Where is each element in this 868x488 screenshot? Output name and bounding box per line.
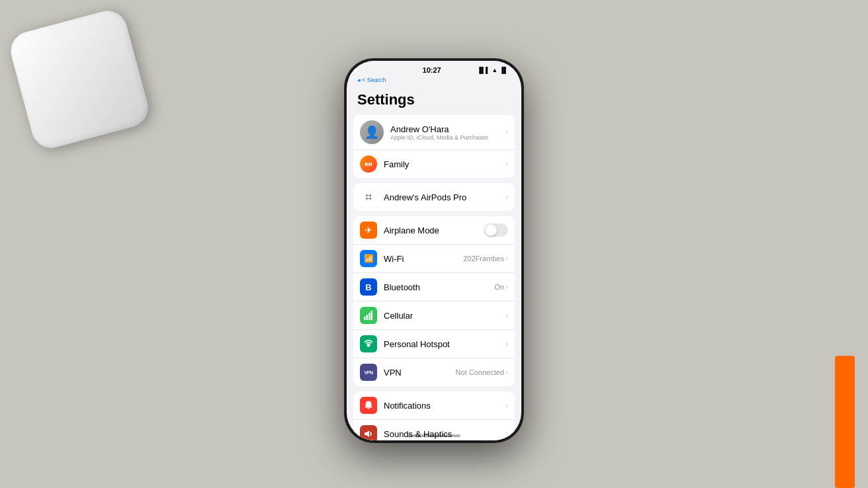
airpods-label: Andrew's AirPods Pro	[384, 192, 505, 202]
airplane-mode-icon: ✈	[360, 222, 377, 239]
sounds-icon	[360, 425, 377, 440]
back-navigation[interactable]: ◂ < Search	[347, 77, 521, 86]
vpn-right: Not Connected ›	[456, 368, 508, 377]
airplane-mode-row[interactable]: ✈ Airplane Mode	[353, 216, 515, 245]
vpn-icon: VPN	[360, 364, 377, 381]
home-indicator	[408, 434, 460, 437]
vpn-row[interactable]: VPN VPN Not Connected ›	[353, 358, 515, 386]
system-section: Notifications ›	[353, 391, 515, 440]
connectivity-section: ✈ Airplane Mode 📶 Wi-Fi	[353, 216, 515, 386]
family-avatar: KH	[360, 155, 377, 173]
airplane-toggle[interactable]	[484, 224, 508, 237]
account-right: ›	[505, 128, 508, 137]
hotspot-label: Personal Hotspot	[384, 339, 505, 349]
chevron-icon: ›	[505, 401, 508, 410]
wifi-row[interactable]: 📶 Wi-Fi 202Frambes ›	[353, 245, 515, 273]
airpods-right: ›	[505, 192, 508, 202]
sounds-row[interactable]: Sounds & Haptics ›	[353, 420, 515, 440]
wifi-label: Wi-Fi	[384, 254, 463, 264]
svg-rect-3	[371, 311, 373, 320]
back-arrow: ◂	[357, 77, 361, 83]
signal-icon: ▐▌▌	[477, 67, 490, 73]
hotspot-content: Personal Hotspot	[384, 339, 505, 349]
chevron-icon: ›	[505, 368, 508, 377]
svg-point-4	[367, 344, 370, 347]
phone-device: 10:27 ▐▌▌ ▲ ▐▌ ◂ < Search Settings	[345, 59, 523, 442]
sounds-right: ›	[505, 429, 508, 438]
settings-content: 👤 Andrew O'Hara Apple ID, iCloud, Media …	[347, 115, 521, 440]
bluetooth-right: On ›	[494, 282, 508, 292]
settings-title: Settings	[347, 86, 521, 115]
chevron-icon: ›	[505, 254, 508, 263]
account-row[interactable]: 👤 Andrew O'Hara Apple ID, iCloud, Media …	[353, 115, 515, 150]
orange-strap-prop	[835, 356, 855, 488]
chevron-icon: ›	[505, 128, 508, 137]
svg-rect-1	[367, 315, 369, 320]
back-label: < Search	[362, 77, 386, 83]
chevron-icon: ›	[505, 339, 508, 348]
account-content: Andrew O'Hara Apple ID, iCloud, Media & …	[390, 124, 505, 141]
cellular-content: Cellular	[384, 311, 505, 321]
status-icons: ▐▌▌ ▲ ▐▌	[477, 67, 508, 73]
account-name: Andrew O'Hara	[390, 124, 505, 134]
notifications-right: ›	[505, 401, 508, 410]
phone-screen: 10:27 ▐▌▌ ▲ ▐▌ ◂ < Search Settings	[347, 61, 521, 440]
phone-wrapper: 10:27 ▐▌▌ ▲ ▐▌ ◂ < Search Settings	[345, 59, 523, 442]
notifications-icon	[360, 397, 377, 414]
status-bar: 10:27 ▐▌▌ ▲ ▐▌	[347, 61, 521, 77]
chevron-icon: ›	[505, 429, 508, 438]
wifi-content: Wi-Fi	[384, 254, 463, 264]
cellular-right: ›	[505, 311, 508, 320]
family-row[interactable]: KH Family ›	[353, 150, 515, 178]
wifi-value: 202Frambes	[463, 255, 504, 263]
vpn-value: Not Connected	[456, 368, 504, 376]
battery-icon: ▐▌	[499, 67, 508, 73]
profile-section: 👤 Andrew O'Hara Apple ID, iCloud, Media …	[353, 115, 515, 178]
family-right: ›	[505, 159, 508, 169]
svg-rect-2	[369, 313, 370, 320]
cellular-label: Cellular	[384, 311, 505, 321]
chevron-icon: ›	[505, 159, 508, 169]
family-label: Family	[384, 159, 505, 169]
svg-rect-0	[364, 317, 366, 320]
hotspot-right: ›	[505, 339, 508, 348]
bluetooth-label: Bluetooth	[384, 282, 494, 292]
bluetooth-content: Bluetooth	[384, 282, 494, 292]
chevron-icon: ›	[505, 192, 508, 202]
cellular-row[interactable]: Cellular ›	[353, 302, 515, 330]
vpn-content: VPN	[384, 368, 456, 378]
cellular-icon	[360, 307, 377, 324]
airpods-content: Andrew's AirPods Pro	[384, 192, 505, 202]
chevron-icon: ›	[505, 282, 508, 292]
airplane-label: Airplane Mode	[384, 225, 484, 235]
family-content: Family	[384, 159, 505, 169]
airpods-row[interactable]: ⌗ Andrew's AirPods Pro ›	[353, 183, 515, 211]
chevron-icon: ›	[505, 311, 508, 320]
wifi-right: 202Frambes ›	[463, 254, 508, 263]
airpods-icon: ⌗	[360, 188, 377, 206]
bluetooth-icon: B	[360, 278, 377, 296]
notifications-row[interactable]: Notifications ›	[353, 391, 515, 420]
notifications-label: Notifications	[384, 401, 505, 411]
sounds-content: Sounds & Haptics	[384, 429, 505, 439]
profile-avatar: 👤	[360, 120, 384, 144]
notifications-content: Notifications	[384, 401, 505, 411]
bluetooth-value: On	[494, 283, 504, 291]
bluetooth-row[interactable]: B Bluetooth On ›	[353, 273, 515, 302]
wifi-icon: 📶	[360, 250, 377, 267]
account-sublabel: Apple ID, iCloud, Media & Purchases	[390, 134, 505, 141]
sounds-label: Sounds & Haptics	[384, 429, 505, 439]
hotspot-icon	[360, 335, 377, 352]
airpods-section: ⌗ Andrew's AirPods Pro ›	[353, 183, 515, 211]
airplane-content: Airplane Mode	[384, 225, 484, 235]
wifi-icon: ▲	[492, 67, 498, 73]
airplane-right	[484, 224, 508, 237]
vpn-label: VPN	[384, 368, 456, 378]
status-time: 10:27	[423, 66, 441, 74]
hotspot-row[interactable]: Personal Hotspot ›	[353, 330, 515, 358]
